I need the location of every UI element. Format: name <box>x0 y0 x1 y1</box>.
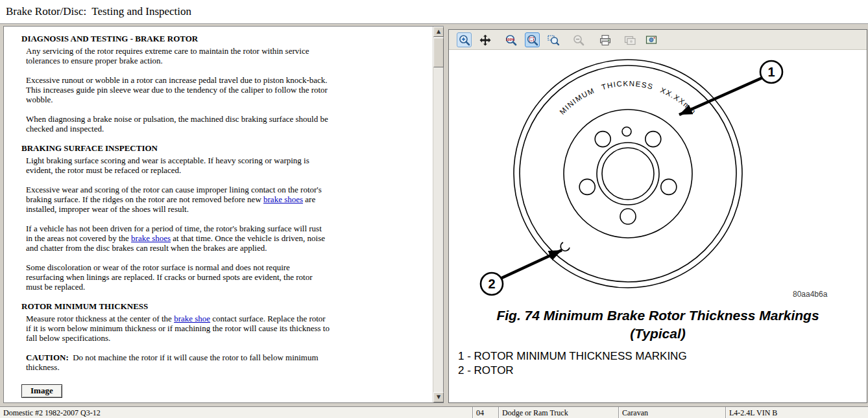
article-section: ROTOR MINIMUM THICKNESSMeasure rotor thi… <box>21 301 432 372</box>
document-panel: DIAGNOSIS AND TESTING - BRAKE ROTORAny s… <box>3 26 444 403</box>
scrollbar-up-button[interactable]: ▲ <box>433 27 444 37</box>
paragraph: Some discoloration or wear of the rotor … <box>26 262 330 292</box>
image-save-icon <box>645 34 658 47</box>
zoom-in-button[interactable] <box>457 32 472 47</box>
zoom-fit-icon <box>526 34 539 47</box>
callout-2-arrow <box>500 250 562 279</box>
paragraph-text: Light braking surface scoring and wear i… <box>26 156 309 175</box>
image-save-button[interactable] <box>644 32 658 47</box>
paragraph-text: Measure rotor thickness at the center of… <box>26 314 174 323</box>
scrollbar-thumb[interactable] <box>433 38 444 67</box>
paragraph-text: Excessive runout or wobble in a rotor ca… <box>26 75 328 104</box>
print-button[interactable] <box>597 32 612 47</box>
paragraph: If a vehicle has not been driven for a p… <box>26 224 330 253</box>
figure-legend-2: 2 - ROTOR <box>458 364 514 377</box>
zoom-out-icon <box>572 34 585 47</box>
viewer-toolbar: 100% <box>449 30 867 50</box>
caution-label: CAUTION: <box>26 353 69 362</box>
status-bar: Domestic #2 1982-2007 Q3-12 04 Dodge or … <box>0 406 868 418</box>
rotor-notch <box>561 242 570 251</box>
page-title: Brake Rotor/Disc: Testing and Inspection <box>6 5 191 18</box>
paragraph: When diagnosing a brake noise or pulsati… <box>26 114 330 134</box>
pan-icon <box>479 34 492 47</box>
paragraph: Excessive runout or wobble in a rotor ca… <box>26 75 330 104</box>
figure-legend-1: 1 - ROTOR MINIMUM THICKNESS MARKING <box>458 350 687 363</box>
image-button[interactable]: Image <box>21 384 62 398</box>
paragraph-text: When diagnosing a brake noise or pulsati… <box>26 114 328 134</box>
status-cell-model: Caravan <box>618 407 725 418</box>
status-cell-edition: Domestic #2 1982-2007 Q3-12 <box>0 407 472 418</box>
image-copy-icon <box>623 34 636 47</box>
zoom-out-button[interactable] <box>571 32 586 47</box>
scrollbar-down-button[interactable]: ▼ <box>433 392 444 402</box>
paragraph-text: Do not machine the rotor if it will caus… <box>26 353 319 372</box>
brake-rotor-diagram: MINIMUM THICKNESS XX.XXmm 1 2 80aa4b6a <box>449 50 868 348</box>
callout-1-number: 1 <box>767 65 775 79</box>
paragraph-text: Some discoloration or wear of the rotor … <box>26 262 312 292</box>
minimum-thickness-arc-text: MINIMUM THICKNESS XX.XXmm <box>558 80 697 116</box>
figure-canvas: MINIMUM THICKNESS XX.XXmm 1 2 80aa4b6a F… <box>449 50 867 402</box>
article-section: BRAKING SURFACE INSPECTIONLight braking … <box>21 143 432 292</box>
title-bar: Brake Rotor/Disc: Testing and Inspection <box>0 0 868 24</box>
paragraph: Measure rotor thickness at the center of… <box>26 314 330 343</box>
inline-link[interactable]: brake shoes <box>131 233 171 243</box>
inline-link[interactable]: brake shoe <box>174 314 210 323</box>
pan-button[interactable] <box>477 32 492 47</box>
status-cell-engine: L4-2.4L VIN B <box>725 407 868 418</box>
paragraph-text: Any servicing of the rotor requires extr… <box>26 46 309 65</box>
inline-link[interactable]: brake shoes <box>263 194 303 204</box>
zoom-fit-button[interactable] <box>525 32 540 47</box>
status-cell-code: 04 <box>472 407 498 418</box>
section-heading: DIAGNOSIS AND TESTING - BRAKE ROTOR <box>21 34 432 44</box>
callout-1-arrow <box>679 78 762 115</box>
figure-caption-line2: (Typical) <box>449 326 867 342</box>
app-window: Brake Rotor/Disc: Testing and Inspection… <box>0 0 868 418</box>
zoom-in-icon <box>458 34 471 47</box>
document-scrollbar[interactable]: ▲ ▼ <box>433 27 443 402</box>
paragraph: Excessive wear and scoring of the rotor … <box>26 185 330 214</box>
figure-code: 80aa4b6a <box>793 290 828 299</box>
figure-caption: Fig. 74 Minimum Brake Rotor Thickness Ma… <box>449 308 867 323</box>
paragraph: Light braking surface scoring and wear i… <box>26 156 330 175</box>
paragraph: Any servicing of the rotor requires extr… <box>26 46 330 65</box>
print-icon <box>599 34 612 47</box>
article-section: DIAGNOSIS AND TESTING - BRAKE ROTORAny s… <box>21 34 432 134</box>
svg-text:100%: 100% <box>505 37 514 41</box>
section-heading: BRAKING SURFACE INSPECTION <box>21 143 432 154</box>
paragraph: CAUTION: Do not machine the rotor if it … <box>26 353 330 372</box>
article-sections: DIAGNOSIS AND TESTING - BRAKE ROTORAny s… <box>4 27 432 402</box>
zoom-select-icon <box>547 34 560 47</box>
image-copy-button[interactable] <box>622 32 637 47</box>
zoom-select-button[interactable] <box>546 32 561 47</box>
image-viewer-panel: 100% <box>448 29 867 403</box>
zoom-100-icon: 100% <box>505 34 518 47</box>
status-cell-make: Dodge or Ram Truck <box>498 407 618 418</box>
callout-2-number: 2 <box>488 277 495 291</box>
rotor-outline <box>514 60 742 288</box>
zoom-100-button[interactable]: 100% <box>503 32 518 47</box>
section-heading: ROTOR MINIMUM THICKNESS <box>21 301 432 312</box>
